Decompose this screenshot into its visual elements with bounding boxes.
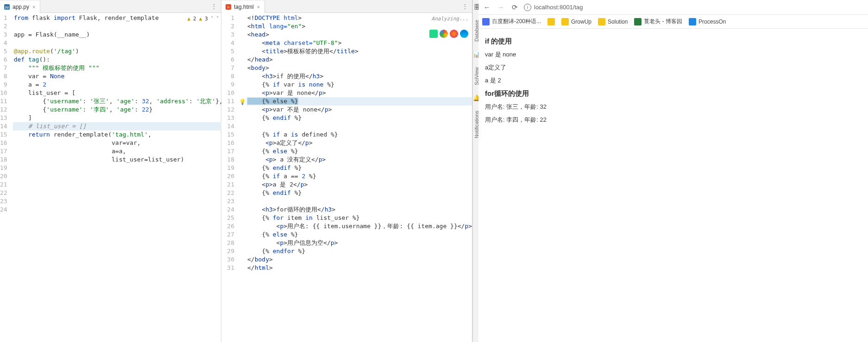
- code-line[interactable]: <head>: [246, 31, 472, 39]
- line-number: 4: [0, 39, 13, 47]
- bulb-icon[interactable]: 💡: [239, 98, 246, 106]
- code-line[interactable]: [13, 205, 223, 214]
- code-line[interactable]: <!DOCTYPE html>: [246, 14, 472, 22]
- line-number: 19: [0, 164, 13, 172]
- code-line[interactable]: [13, 22, 223, 31]
- code-line[interactable]: a=a,: [13, 147, 223, 155]
- line-number: 5: [221, 47, 240, 56]
- code-line[interactable]: {% if a is defined %}: [246, 131, 472, 139]
- forward-button[interactable]: →: [496, 3, 505, 11]
- code-line[interactable]: {% if a == 2 %}: [246, 172, 472, 180]
- line-number: 15: [221, 131, 240, 139]
- code-line[interactable]: """ 模板标签的使用 """: [13, 64, 223, 72]
- close-icon[interactable]: ×: [256, 4, 261, 10]
- code-line[interactable]: {'username': '张三', 'age': 32, 'address':…: [13, 97, 223, 106]
- bookmark-item[interactable]: ProcessOn: [689, 18, 726, 25]
- close-icon[interactable]: ×: [31, 4, 36, 10]
- code-line[interactable]: <title>模板标签的使用</title>: [246, 47, 472, 56]
- address-bar[interactable]: i localhost:8001/tag: [524, 4, 864, 11]
- code-line[interactable]: <h3>for循环的使用</h3>: [246, 205, 472, 214]
- code-line[interactable]: [13, 164, 223, 172]
- tab-app-py[interactable]: py app.py ×: [0, 1, 40, 13]
- rendered-page: if 的使用 var 是 none a定义了 a 是 2 for循环的使用 用户…: [478, 29, 868, 134]
- heading-for: for循环的使用: [485, 89, 862, 98]
- code-line[interactable]: <p>用户名: {{ item.username }}，年龄: {{ item.…: [246, 222, 472, 230]
- code-line[interactable]: list_user = [: [13, 89, 223, 97]
- code-line[interactable]: {% if var is none %}: [246, 81, 472, 89]
- code-line[interactable]: [13, 172, 223, 180]
- code-line[interactable]: {'username': '李四', 'age': 22}: [13, 106, 223, 114]
- code-line[interactable]: [246, 197, 472, 205]
- code-line[interactable]: [13, 180, 223, 189]
- line-number: 9: [221, 81, 240, 89]
- sidebar-item-database[interactable]: Database: [474, 20, 479, 42]
- code-line[interactable]: var = None: [13, 72, 223, 81]
- tab-menu-icon[interactable]: ⋮: [207, 3, 221, 10]
- site-info-icon[interactable]: i: [524, 4, 531, 11]
- editor-body-left[interactable]: 123456789101112131415161718192021222324 …: [0, 13, 221, 342]
- code-line[interactable]: 💡 {% else %}: [246, 97, 472, 106]
- code-line[interactable]: a = 2: [13, 81, 223, 89]
- bookmark-item[interactable]: 百度翻译-200种语...: [482, 18, 541, 25]
- code-line[interactable]: <p>var 不是 none</p>: [246, 106, 472, 114]
- code-line[interactable]: <p>a 是 2</p>: [246, 180, 472, 189]
- bookmark-favicon: [561, 18, 569, 25]
- line-number: 7: [221, 64, 240, 72]
- bookmark-item[interactable]: [547, 18, 555, 25]
- line-number: 2: [221, 22, 240, 31]
- line-number: 19: [221, 164, 240, 172]
- line-number: 13: [0, 114, 13, 122]
- editor-body-right[interactable]: 1234567891011121314151617181920212223242…: [221, 13, 472, 342]
- code-line[interactable]: {% endif %}: [246, 189, 472, 197]
- back-button[interactable]: ←: [482, 3, 491, 11]
- line-number: 17: [221, 147, 240, 155]
- code-line[interactable]: return render_template('tag.html',: [13, 131, 223, 139]
- bookmark-favicon: [689, 18, 696, 25]
- sidebar-item-notifications[interactable]: Notifications: [474, 111, 479, 138]
- code-line[interactable]: {% for item in list_user %}: [246, 214, 472, 222]
- line-number: 24: [221, 205, 240, 214]
- code-line[interactable]: {% endif %}: [246, 164, 472, 172]
- line-number: 3: [221, 31, 240, 39]
- code-line[interactable]: @app.route('/tag'): [13, 47, 223, 56]
- code-line[interactable]: </head>: [246, 56, 472, 64]
- bookmark-item[interactable]: Solution: [598, 18, 628, 25]
- code-line[interactable]: <p> a 没有定义</p>: [246, 155, 472, 164]
- code-line[interactable]: <h3>if 的使用</h3>: [246, 72, 472, 81]
- reload-button[interactable]: ⟳: [510, 3, 519, 12]
- code-line[interactable]: app = Flask(__name__): [13, 31, 223, 39]
- code-line[interactable]: </body>: [246, 255, 472, 264]
- code-line[interactable]: # list_user = []: [13, 122, 223, 131]
- code-line[interactable]: {% else %}: [246, 230, 472, 239]
- tab-menu-icon[interactable]: ⋮: [458, 3, 472, 10]
- code-line[interactable]: <p>a定义了</p>: [246, 139, 472, 147]
- code-line[interactable]: <meta charset="UTF-8">: [246, 39, 472, 47]
- line-number: 16: [221, 139, 240, 147]
- code-line[interactable]: [13, 39, 223, 47]
- code-line[interactable]: {% endif %}: [246, 114, 472, 122]
- code-line[interactable]: <p>用户信息为空</p>: [246, 239, 472, 247]
- output-line: 用户名: 张三，年龄: 32: [485, 103, 862, 111]
- tab-tag-html[interactable]: h tag.html ×: [221, 1, 265, 13]
- code-line[interactable]: ]: [13, 114, 223, 122]
- code-line[interactable]: {% else %}: [246, 147, 472, 155]
- output-line: a定义了: [485, 63, 862, 72]
- code-line[interactable]: def tag():: [13, 56, 223, 64]
- line-number: 21: [221, 180, 240, 189]
- code-line[interactable]: var=var,: [13, 139, 223, 147]
- code-line[interactable]: [13, 197, 223, 205]
- bookmark-item[interactable]: GrowUp: [561, 18, 591, 25]
- code-line[interactable]: <body>: [246, 64, 472, 72]
- code-line[interactable]: <html lang="en">: [246, 22, 472, 31]
- code-line[interactable]: [13, 189, 223, 197]
- code-line[interactable]: {% endfor %}: [246, 247, 472, 255]
- line-number: 18: [0, 155, 13, 164]
- code-line[interactable]: from flask import Flask, render_template: [13, 14, 223, 22]
- svg-text:h: h: [227, 6, 229, 9]
- code-line[interactable]: <p>var 是 none</p>: [246, 89, 472, 97]
- bookmark-item[interactable]: 莨老头 - 博客园: [634, 18, 682, 25]
- code-line[interactable]: </html>: [246, 264, 472, 272]
- sidebar-item-sciview[interactable]: SciView: [474, 67, 479, 85]
- code-line[interactable]: list_user=list_user): [13, 155, 223, 164]
- code-line[interactable]: [246, 122, 472, 131]
